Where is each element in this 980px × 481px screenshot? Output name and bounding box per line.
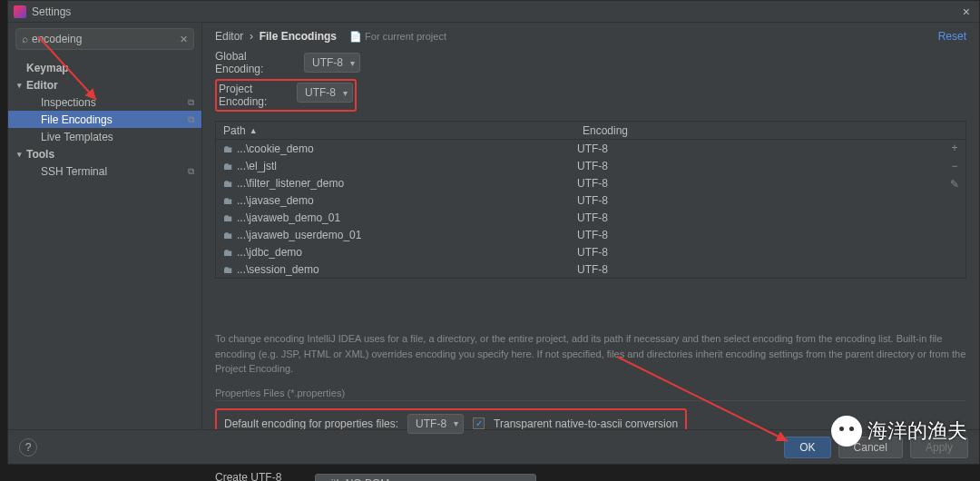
sidebar-item-ssh-terminal[interactable]: SSH Terminal⧉ (8, 162, 201, 180)
project-icon: ⧉ (188, 114, 194, 125)
dialog-title: Settings (32, 5, 71, 18)
remove-icon[interactable]: − (951, 160, 957, 172)
table-row[interactable]: 🖿...\javaweb_userdemo_01UTF-8 (216, 226, 944, 243)
bom-label: Create UTF-8 files: (215, 471, 306, 482)
app-icon (14, 5, 26, 18)
sort-asc-icon: ▲ (250, 126, 258, 135)
col-path[interactable]: Path ▲ (216, 124, 575, 137)
watermark: 海洋的渔夫 (831, 416, 967, 447)
search-input[interactable] (32, 33, 180, 45)
properties-section-title: Properties Files (*.properties) (215, 388, 966, 401)
folder-icon: 🖿 (223, 161, 233, 172)
folder-icon: 🖿 (223, 178, 233, 189)
help-button[interactable]: ? (19, 438, 37, 456)
transparent-ascii-checkbox[interactable]: ✓ (473, 417, 485, 429)
folder-icon: 🖿 (223, 230, 233, 240)
col-encoding[interactable]: Encoding (575, 124, 944, 137)
prop-encoding-combo[interactable]: UTF-8 (407, 414, 464, 434)
sidebar-item-file-encodings[interactable]: File Encodings⧉ (8, 111, 201, 128)
for-current-project: 📄 For current project (349, 31, 446, 43)
settings-tree: Keymap▾EditorInspections⧉File Encodings⧉… (8, 55, 201, 429)
table-row[interactable]: 🖿...\el_jstlUTF-8 (216, 157, 944, 174)
help-text: To change encoding IntelliJ IDEA uses fo… (215, 331, 966, 377)
table-row[interactable]: 🖿...\cookie_demoUTF-8 (216, 140, 944, 157)
table-row[interactable]: 🖿...\filter_listener_demoUTF-8 (216, 174, 944, 191)
sidebar-item-keymap[interactable]: Keymap (8, 59, 201, 76)
folder-icon: 🖿 (223, 264, 233, 275)
global-encoding-combo[interactable]: UTF-8 (304, 53, 360, 73)
bom-combo[interactable]: with NO BOM (315, 474, 536, 482)
table-row[interactable]: 🖿...\javaweb_demo_01UTF-8 (216, 209, 944, 226)
settings-dialog: Settings × ⌕ ✕ Keymap▾EditorInspections⧉… (7, 0, 980, 465)
content-panel: Editor › File Encodings 📄 For current pr… (202, 23, 979, 429)
folder-icon: 🖿 (223, 195, 233, 206)
folder-icon: 🖿 (223, 212, 233, 223)
reset-link[interactable]: Reset (938, 30, 966, 43)
table-row[interactable]: 🖿...\javase_demoUTF-8 (216, 191, 944, 209)
project-encoding-label: Project Encoding: (219, 83, 297, 108)
search-box[interactable]: ⌕ ✕ (15, 28, 194, 50)
clear-search-icon[interactable]: ✕ (180, 34, 188, 45)
sidebar-item-tools[interactable]: ▾Tools (8, 145, 201, 162)
folder-icon: 🖿 (223, 143, 233, 154)
add-icon[interactable]: + (951, 142, 957, 154)
table-toolbar: + − ✎ (944, 140, 965, 278)
breadcrumb: Editor › File Encodings (215, 30, 337, 43)
folder-icon: 🖿 (223, 247, 233, 258)
sidebar-item-live-templates[interactable]: Live Templates (8, 128, 201, 145)
encoding-table: Path ▲ Encoding 🖿...\cookie_demoUTF-8🖿..… (215, 121, 966, 279)
prop-encoding-label: Default encoding for properties files: (224, 417, 398, 430)
sidebar-item-inspections[interactable]: Inspections⧉ (8, 93, 201, 111)
ok-button[interactable]: OK (784, 437, 830, 458)
sidebar: ⌕ ✕ Keymap▾EditorInspections⧉File Encodi… (8, 23, 202, 429)
wechat-icon (831, 416, 862, 447)
global-encoding-label: Global Encoding: (215, 50, 297, 75)
transparent-ascii-label: Transparent native-to-ascii conversion (494, 417, 678, 430)
sidebar-item-editor[interactable]: ▾Editor (8, 76, 201, 93)
project-icon: ⧉ (188, 97, 194, 108)
table-row[interactable]: 🖿...\session_demoUTF-8 (216, 260, 944, 278)
project-encoding-combo[interactable]: UTF-8 (297, 83, 353, 103)
search-icon: ⌕ (22, 33, 28, 45)
edit-icon[interactable]: ✎ (950, 178, 959, 191)
table-row[interactable]: 🖿...\jdbc_demoUTF-8 (216, 243, 944, 260)
titlebar: Settings × (8, 1, 979, 23)
project-encoding-highlight: Project Encoding: UTF-8 (215, 79, 357, 112)
close-icon[interactable]: × (959, 5, 974, 19)
project-icon: ⧉ (188, 166, 194, 177)
